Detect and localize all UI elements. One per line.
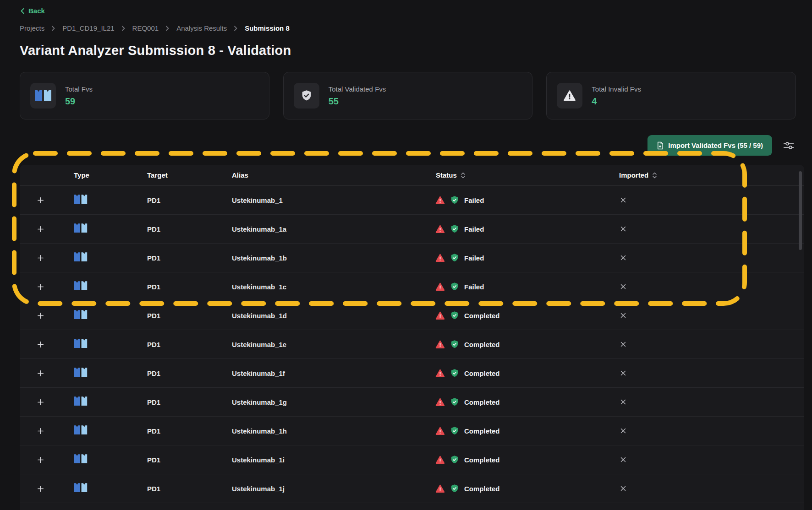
failed-warning-icon [435, 427, 445, 435]
status-cell: Completed [423, 397, 606, 407]
antibody-type-icon [61, 309, 134, 321]
breadcrumb-item-request[interactable]: REQ001 [132, 24, 159, 32]
expand-row-button[interactable] [34, 194, 47, 206]
not-imported-x-icon [620, 226, 626, 232]
table-body: PD1 Ustekinumab_1 Failed PD1 Ustekin [20, 186, 804, 503]
expand-row-button[interactable] [34, 454, 47, 466]
alias-cell: Ustekinumab_1c [219, 283, 423, 291]
target-cell: PD1 [134, 196, 219, 204]
stat-card-total-validated-fvs: Total Validated Fvs 55 [283, 72, 533, 119]
completed-shield-check-icon [450, 426, 459, 435]
imported-cell [606, 283, 804, 290]
alias-cell: Ustekinumab_1j [219, 485, 423, 493]
fv-antibody-icon [30, 83, 56, 109]
expand-row-button[interactable] [34, 309, 47, 322]
antibody-type-icon [61, 223, 134, 235]
table-row: PD1 Ustekinumab_1 Failed [20, 186, 804, 215]
imported-cell [606, 312, 804, 319]
alias-cell: Ustekinumab_1e [219, 341, 423, 348]
antibody-type-icon [61, 483, 134, 494]
breadcrumb: Projects PD1_CD19_IL21 REQ001 Analysis R… [20, 24, 812, 32]
alias-cell: Ustekinumab_1b [219, 254, 423, 262]
completed-shield-check-icon [450, 311, 459, 320]
import-button-label: Import Validated Fvs (55 / 59) [668, 141, 763, 149]
failed-warning-icon [435, 456, 445, 464]
sliders-icon [783, 141, 794, 150]
failed-warning-icon [435, 484, 445, 493]
table-row: PD1 Ustekinumab_1a Failed [20, 215, 804, 244]
expand-row-button[interactable] [34, 367, 47, 380]
stat-value: 4 [592, 96, 641, 107]
completed-shield-check-icon [450, 484, 459, 493]
not-imported-x-icon [620, 428, 626, 434]
status-cell: Completed [423, 455, 606, 464]
status-cell: Completed [423, 311, 606, 320]
sort-status-button[interactable] [461, 172, 466, 179]
import-file-icon [657, 141, 664, 150]
expand-row-button[interactable] [34, 425, 47, 437]
breadcrumb-item-projects[interactable]: Projects [20, 24, 44, 32]
antibody-type-icon [61, 367, 134, 379]
column-settings-button[interactable] [781, 139, 796, 152]
imported-cell [606, 197, 804, 203]
stat-card-total-fvs: Total Fvs 59 [20, 72, 269, 119]
status-cell: Completed [423, 369, 606, 378]
stat-cards: Total Fvs 59 Total Validated Fvs 55 [20, 72, 796, 119]
column-header-target: Target [134, 171, 219, 179]
not-imported-x-icon [620, 370, 626, 376]
imported-cell [606, 226, 804, 232]
antibody-type-icon [61, 252, 134, 264]
column-header-alias: Alias [219, 171, 423, 179]
target-cell: PD1 [134, 427, 219, 435]
stat-value: 55 [329, 96, 386, 107]
sort-imported-button[interactable] [652, 172, 657, 179]
failed-warning-icon [435, 340, 445, 349]
stat-card-total-invalid-fvs: Total Invalid Fvs 4 [546, 72, 796, 119]
not-imported-x-icon [620, 312, 626, 319]
imported-cell [606, 255, 804, 261]
status-label: Failed [464, 283, 484, 291]
target-cell: PD1 [134, 225, 219, 233]
expand-row-button[interactable] [34, 223, 47, 235]
expand-row-button[interactable] [34, 483, 47, 495]
breadcrumb-item-project[interactable]: PD1_CD19_IL21 [62, 24, 114, 32]
failed-warning-icon [435, 282, 445, 291]
completed-shield-check-icon [450, 253, 459, 262]
target-cell: PD1 [134, 341, 219, 348]
status-label: Completed [464, 456, 500, 464]
table-header-row: Type Target Alias Status Imported [20, 165, 804, 186]
column-header-imported: Imported [606, 171, 804, 179]
imported-cell [606, 485, 804, 492]
shield-check-icon [294, 83, 319, 109]
status-label: Completed [464, 369, 500, 377]
expand-row-button[interactable] [34, 252, 47, 264]
completed-shield-check-icon [450, 369, 459, 378]
breadcrumb-item-analysis-results[interactable]: Analysis Results [176, 24, 227, 32]
expand-row-button[interactable] [34, 281, 47, 293]
import-validated-fvs-button[interactable]: Import Validated Fvs (55 / 59) [647, 135, 772, 156]
imported-cell [606, 399, 804, 405]
status-label: Failed [464, 225, 484, 233]
results-table: Type Target Alias Status Imported [20, 165, 804, 510]
table-row: PD1 Ustekinumab_1i Completed [20, 445, 804, 474]
target-cell: PD1 [134, 254, 219, 262]
completed-shield-check-icon [450, 282, 459, 291]
column-header-status: Status [423, 171, 606, 179]
status-cell: Failed [423, 224, 606, 233]
imported-cell [606, 456, 804, 463]
table-scrollbar[interactable] [799, 171, 802, 250]
expand-row-button[interactable] [34, 338, 47, 351]
failed-warning-icon [435, 254, 445, 262]
expand-row-button[interactable] [34, 396, 47, 408]
failed-warning-icon [435, 311, 445, 320]
status-cell: Failed [423, 195, 606, 205]
page-title: Variant Analyzer Submission 8 - Validati… [20, 43, 812, 58]
status-label: Completed [464, 341, 500, 348]
table-row: PD1 Ustekinumab_1c Failed [20, 272, 804, 301]
completed-shield-check-icon [450, 455, 459, 464]
status-cell: Completed [423, 426, 606, 435]
alias-cell: Ustekinumab_1 [219, 196, 423, 204]
column-header-imported-label: Imported [619, 171, 648, 179]
back-button[interactable]: Back [20, 7, 45, 15]
completed-shield-check-icon [450, 195, 459, 205]
